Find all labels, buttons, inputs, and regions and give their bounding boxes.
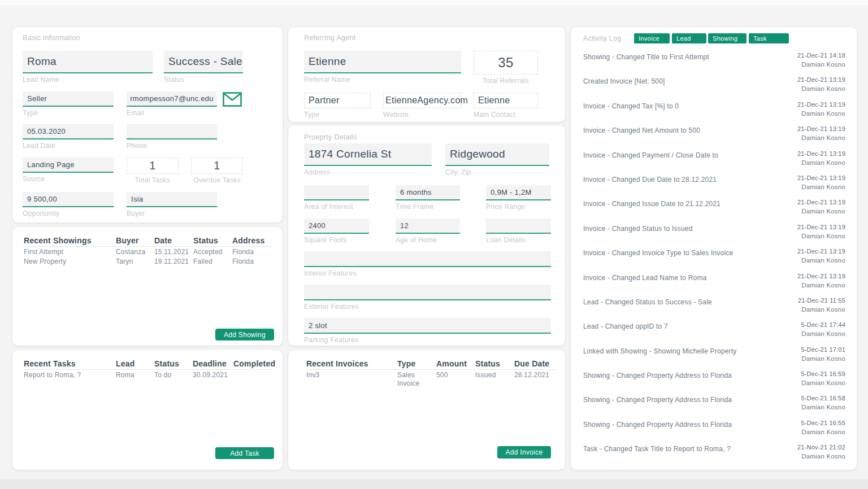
activity-user: Damian Kosno	[779, 330, 845, 337]
lead-date-field: 05.03.2020 Lead Date	[23, 124, 114, 150]
email-input[interactable]: rmompesson7@unc.edu	[127, 91, 217, 107]
activity-meta: 21-Dec-21 13:19 Damian Kosno	[779, 224, 845, 248]
activity-meta: 5-Dec-21 16:59 Damian Kosno	[779, 370, 845, 395]
activity-user: Damian Kosno	[779, 233, 845, 239]
activity-message: Showing - Changed Property Address to Fl…	[583, 370, 779, 395]
price-range-input[interactable]: 0,9M - 1,2M	[486, 185, 551, 200]
envelope-icon[interactable]	[223, 92, 242, 107]
activity-log-entry: Invoice - Changed Issue Date to 21.12.20…	[583, 199, 845, 223]
activity-date: 5-Dec-21 16:55	[779, 420, 845, 426]
filter-lead-button[interactable]: Lead	[672, 33, 706, 43]
parking-features-input[interactable]: 2 slot	[304, 318, 551, 334]
activity-user: Damian Kosno	[779, 257, 845, 264]
total-tasks-field: 1 Total Tasks	[127, 158, 179, 184]
status-input[interactable]: Success - Sale	[164, 51, 243, 73]
activity-log-entry: Showing - Changed Property Address to Fl…	[583, 370, 845, 395]
showing-status-cell: Accepted	[193, 248, 232, 256]
invoice-title-cell: Inv3	[306, 371, 397, 388]
city-zip-input[interactable]: Ridgewood	[445, 143, 549, 166]
filter-task-button[interactable]: Task	[749, 33, 789, 43]
task-deadline-cell: 30.09.2021	[193, 371, 233, 379]
add-invoice-button[interactable]: Add Invoice	[497, 446, 551, 459]
invoice-row[interactable]: Inv3 Sales Invoice 500 Issued 28.12.2021	[306, 371, 556, 388]
activity-user: Damian Kosno	[779, 134, 845, 141]
tasks-header-title: Recent Tasks	[24, 359, 116, 368]
activity-message: Invoice - Changed Payment / Close Date t…	[583, 150, 779, 174]
activity-date: 21-Dec-21 13:19	[779, 101, 845, 108]
showing-row[interactable]: First Attempt Costanza 15.11.2021 Accept…	[24, 248, 274, 256]
type-input[interactable]: Seller	[23, 91, 114, 107]
showing-status-cell: Failed	[193, 257, 232, 266]
referral-name-input[interactable]: Etienne	[304, 51, 461, 73]
referring-agent-title: Referring Agent	[304, 34, 552, 42]
referral-name-label: Referral Name	[304, 76, 461, 84]
area-of-interest-field: Area of Interest	[304, 185, 369, 211]
price-range-field: 0,9M - 1,2M Price Range	[486, 185, 551, 211]
overdue-tasks-count: 1	[191, 158, 243, 174]
activity-meta: 5-Dec-21 16:55 Damian Kosno	[779, 420, 845, 444]
agent-website-input[interactable]: EtienneAgency.com	[383, 93, 461, 108]
lead-name-field: Roma Lead Name	[23, 51, 153, 84]
invoices-header-row: Recent Invoices Type Amount Status Due D…	[306, 359, 556, 370]
agent-website-field: EtienneAgency.com Webiste	[383, 93, 461, 119]
showings-header-row: Recent Showings Buyer Date Status Addres…	[24, 236, 274, 247]
activity-meta: 5-Dec-21 17:44 Damian Kosno	[779, 321, 845, 346]
time-frame-input[interactable]: 6 months	[396, 185, 460, 200]
interior-features-label: Interior Features	[304, 269, 551, 277]
overdue-tasks-label: Overdue Tasks	[191, 176, 243, 184]
area-of-interest-input[interactable]	[304, 185, 369, 200]
tasks-header-completed: Completed	[233, 359, 275, 368]
status-label: Status	[164, 76, 243, 84]
opportunity-input[interactable]: 9 500,00	[23, 192, 114, 207]
source-input[interactable]: Landing Page	[23, 158, 114, 173]
basic-information-panel: Basic Information Roma Lead Name Success…	[12, 27, 283, 222]
activity-date: 21-Dec-21 13:19	[779, 150, 845, 157]
filter-showing-button[interactable]: Showing	[708, 33, 747, 43]
activity-date: 21-Dec-21 13:19	[779, 125, 845, 132]
task-completed-cell	[233, 371, 274, 379]
main-contact-field: Etienne Main Contact	[474, 93, 538, 119]
age-of-home-input[interactable]: 12	[396, 219, 460, 234]
showing-buyer-cell: Taryn	[116, 257, 154, 266]
buyer-input[interactable]: Isia	[127, 192, 217, 207]
age-of-home-label: Age of Home	[396, 236, 460, 244]
recent-showings-panel: Recent Showings Buyer Date Status Addres…	[12, 227, 283, 346]
filter-invoice-button[interactable]: Invoice	[634, 33, 670, 43]
lead-date-input[interactable]: 05.03.2020	[23, 124, 114, 139]
bottom-strip	[0, 479, 868, 489]
exterior-features-input[interactable]	[304, 285, 551, 300]
price-range-label: Price Range	[486, 203, 551, 211]
total-referrals-field: 35 Total Referrals	[474, 51, 538, 85]
activity-meta: 21-Dec-21 13:19 Damian Kosno	[779, 76, 845, 101]
time-frame-field: 6 months Time Frame	[396, 185, 460, 211]
lead-name-label: Lead Name	[23, 76, 153, 84]
invoices-header-type: Type	[397, 359, 436, 368]
main-contact-input[interactable]: Etienne	[474, 93, 538, 108]
showings-header-buyer: Buyer	[116, 236, 154, 245]
add-showing-button[interactable]: Add Showing	[215, 329, 274, 340]
showing-row[interactable]: New Property Taryn 19.11.2021 Failed Flo…	[24, 257, 274, 266]
square-foots-input[interactable]: 2400	[304, 219, 369, 234]
showing-date-cell: 19.11.2021	[154, 257, 193, 266]
showings-header-address: Address	[232, 236, 274, 245]
phone-input[interactable]	[127, 124, 217, 139]
activity-log-entry: Invoice - Changed Tax [%] to 0 21-Dec-21…	[583, 101, 845, 125]
activity-log-entry: Invoice - Changed Status to Issued 21-De…	[583, 224, 845, 248]
interior-features-input[interactable]	[304, 251, 551, 267]
loan-details-input[interactable]	[486, 219, 551, 234]
lead-name-input[interactable]: Roma	[23, 51, 153, 73]
interior-features-field: Interior Features	[304, 251, 551, 277]
tasks-body: Report to Roma, ? Roma To do 30.09.2021	[24, 371, 274, 379]
add-task-button[interactable]: Add Task	[215, 447, 274, 459]
activity-log-entry: Lead - Changed oppID to 7 5-Dec-21 17:44…	[583, 321, 845, 346]
activity-user: Damian Kosno	[779, 61, 845, 68]
showing-address-cell: Florida	[232, 248, 274, 256]
activity-message: Lead - Changed Status to Success - Sale	[583, 297, 779, 321]
activity-date: 21-Dec-21 13:19	[779, 273, 845, 280]
address-input[interactable]: 1874 Cornelia St	[304, 143, 432, 166]
task-row[interactable]: Report to Roma, ? Roma To do 30.09.2021	[24, 371, 274, 379]
agent-type-input[interactable]: Partner	[304, 93, 371, 108]
showing-title-cell: First Attempt	[24, 248, 116, 256]
activity-log-entry: Linked with Showing - Showing Michelle P…	[583, 346, 845, 370]
buyer-label: Buyer	[127, 209, 217, 217]
